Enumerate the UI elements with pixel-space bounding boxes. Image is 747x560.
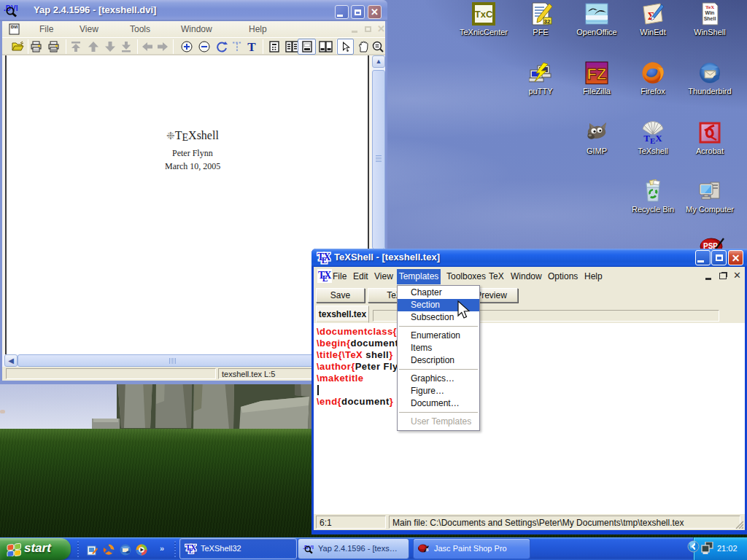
- svg-text:DVI: DVI: [11, 25, 18, 29]
- svg-text:.DVI: .DVI: [4, 4, 18, 12]
- svg-text:T: T: [247, 41, 256, 52]
- svg-text:TeX: TeX: [705, 4, 714, 10]
- svg-text:.DVI: .DVI: [303, 544, 314, 551]
- svg-text:TxC: TxC: [475, 9, 493, 20]
- svg-text:32: 32: [544, 18, 551, 25]
- svg-text:Shell: Shell: [704, 16, 716, 21]
- svg-text:X: X: [190, 543, 197, 552]
- svg-text:FZ: FZ: [587, 65, 607, 83]
- svg-text:8: 8: [426, 548, 429, 552]
- svg-text:X: X: [323, 252, 330, 262]
- svg-text:Win: Win: [705, 10, 715, 15]
- svg-text:X: X: [324, 270, 331, 281]
